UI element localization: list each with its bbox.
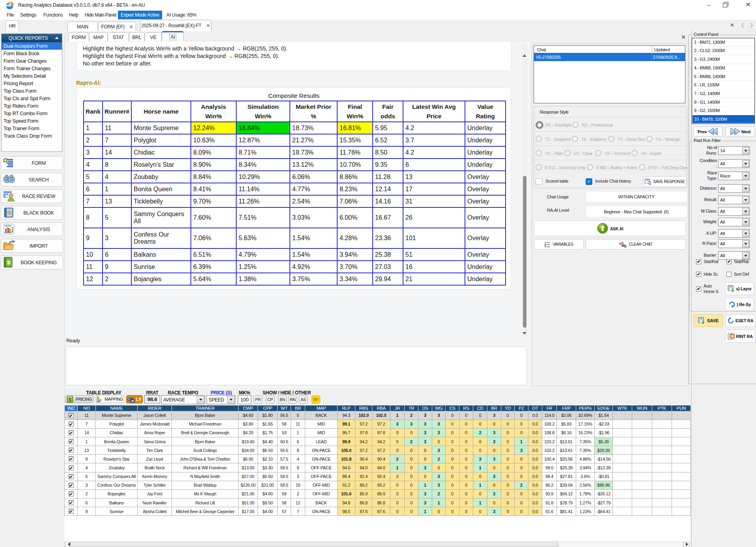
svg-text:$: $ xyxy=(7,259,11,265)
svg-text:ID: ID xyxy=(132,400,134,402)
svg-text:$: $ xyxy=(69,397,71,402)
